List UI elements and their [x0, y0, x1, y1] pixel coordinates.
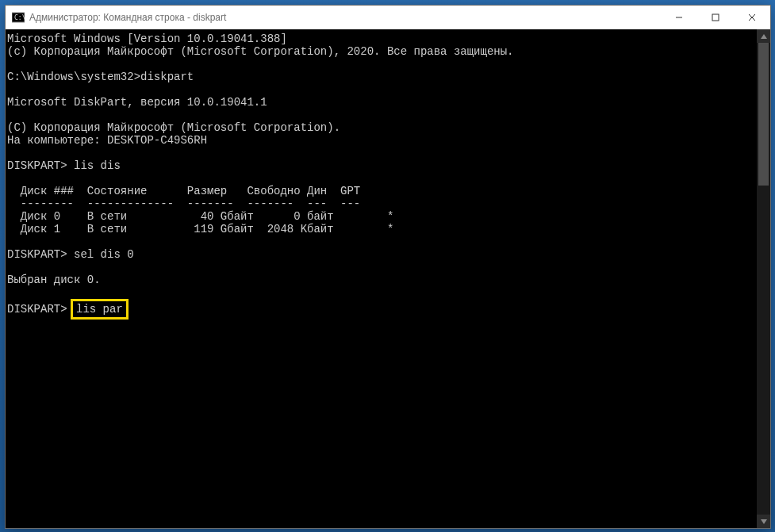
console-line: Выбран диск 0. — [7, 274, 769, 286]
minimize-button[interactable] — [661, 6, 697, 29]
vertical-scrollbar[interactable] — [757, 29, 770, 528]
svg-rect-3 — [712, 14, 719, 21]
scroll-up-arrow[interactable] — [757, 29, 770, 43]
window-controls — [661, 6, 770, 29]
console-line — [7, 261, 769, 274]
close-button[interactable] — [734, 6, 770, 29]
console-line: C:\Windows\system32>diskpart — [7, 71, 769, 83]
console-line: Microsoft DiskPart, версия 10.0.19041.1 — [7, 96, 769, 109]
scroll-down-arrow[interactable] — [757, 515, 770, 528]
console-line: (c) Корпорация Майкрософт (Microsoft Cor… — [7, 45, 769, 58]
console-line: Диск 0 В сети 40 Gбайт 0 байт * — [7, 210, 769, 223]
scroll-track[interactable] — [757, 43, 770, 515]
console-line — [7, 235, 769, 248]
console-line — [7, 172, 769, 185]
console-line: На компьютере: DESKTOP-C49S6RH — [7, 134, 769, 147]
desktop-background: C:\ Администратор: Командная строка - di… — [0, 0, 775, 532]
highlighted-command: lis par — [71, 299, 129, 320]
console-line — [7, 58, 769, 71]
svg-marker-7 — [761, 519, 767, 524]
cmd-window: C:\ Администратор: Командная строка - di… — [5, 5, 771, 529]
console-line — [7, 286, 769, 299]
console-line — [7, 147, 769, 159]
console-line: Диск ### Состояние Размер Свободно Дин G… — [7, 185, 769, 197]
console-line — [7, 109, 769, 121]
console-line: Диск 1 В сети 119 Gбайт 2048 Kбайт * — [7, 223, 769, 235]
console-line: (C) Корпорация Майкрософт (Microsoft Cor… — [7, 121, 769, 134]
console-line: DISKPART> lis dis — [7, 159, 769, 172]
svg-text:C:\: C:\ — [14, 14, 25, 21]
console-line: Microsoft Windows [Version 10.0.19041.38… — [7, 33, 769, 45]
console-prompt-line: DISKPART> lis par — [7, 299, 769, 320]
console-line: DISKPART> sel dis 0 — [7, 248, 769, 261]
titlebar[interactable]: C:\ Администратор: Командная строка - di… — [6, 6, 770, 29]
console-output[interactable]: Microsoft Windows [Version 10.0.19041.38… — [6, 29, 770, 528]
window-title: Администратор: Командная строка - diskpa… — [29, 12, 226, 23]
scroll-thumb[interactable] — [758, 43, 769, 186]
diskpart-prompt: DISKPART> — [7, 303, 74, 316]
maximize-button[interactable] — [697, 6, 734, 29]
app-icon: C:\ — [12, 11, 25, 24]
svg-marker-6 — [761, 34, 767, 39]
console-line — [7, 83, 769, 96]
console-line: -------- ------------- ------- ------- -… — [7, 197, 769, 210]
